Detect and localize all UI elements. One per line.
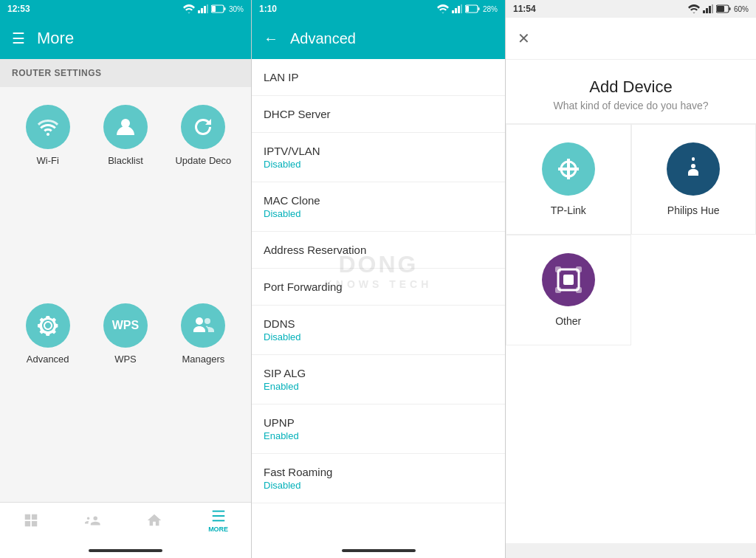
home-nav-icon: [146, 512, 162, 528]
clients-nav-icon: [85, 512, 101, 528]
more-title: More: [37, 29, 74, 48]
svg-rect-20: [461, 4, 462, 13]
menu-item-address-reservation[interactable]: Address Reservation: [252, 232, 505, 269]
address-reservation-label: Address Reservation: [264, 244, 493, 256]
more-nav-label: MORE: [208, 526, 228, 533]
svg-rect-29: [717, 6, 724, 12]
battery-text-1: 30%: [229, 5, 244, 13]
battery-text-3: 60%: [734, 5, 749, 13]
svg-rect-3: [207, 4, 208, 13]
grid-item-blacklist[interactable]: Blacklist: [89, 99, 161, 292]
status-icons-1: 30%: [183, 4, 244, 13]
svg-rect-24: [703, 10, 705, 13]
iptv-label: IPTV/VLAN: [264, 145, 493, 157]
update-icon: [190, 114, 216, 140]
managers-icon-circle: [181, 303, 225, 348]
screen-more: 12:53 30% ☰ More ROUTER SETTINGS: [0, 0, 251, 558]
menu-item-fast-roaming[interactable]: Fast Roaming Disabled: [252, 454, 505, 503]
dialog-title-section: Add Device What kind of device do you ha…: [506, 60, 756, 123]
device-item-other[interactable]: Other: [506, 235, 631, 345]
other-device-icon: [552, 264, 585, 296]
menu-item-dhcp-server[interactable]: DHCP Server: [252, 96, 505, 133]
menu-item-port-forwarding[interactable]: Port Forwarding: [252, 269, 505, 306]
svg-point-9: [205, 318, 210, 324]
svg-rect-25: [706, 8, 708, 13]
svg-rect-37: [563, 275, 574, 285]
managers-icon: [190, 313, 216, 338]
back-button[interactable]: ←: [264, 30, 278, 47]
tplink-icon-circle: [542, 142, 595, 196]
battery-text-2: 28%: [483, 5, 498, 13]
mac-clone-label: MAC Clone: [264, 194, 493, 207]
blacklist-label: Blacklist: [108, 155, 143, 166]
wifi-status-icon-3: [688, 4, 700, 13]
svg-rect-14: [212, 510, 224, 512]
ddns-label: DDNS: [264, 317, 493, 330]
dialog-header: ✕: [506, 18, 756, 60]
time-3: 11:54: [513, 4, 536, 14]
nav-home[interactable]: [146, 512, 162, 528]
philips-hue-icon: [678, 154, 708, 184]
update-deco-label: Update Deco: [175, 155, 231, 166]
menu-item-lan-ip[interactable]: LAN IP: [252, 59, 505, 96]
time-2: 1:10: [259, 4, 277, 14]
device-item-tplink[interactable]: TP-Link: [506, 124, 631, 235]
svg-rect-33: [558, 168, 579, 170]
svg-rect-27: [712, 4, 713, 13]
menu-item-upnp[interactable]: UPNP Enabled: [252, 404, 505, 454]
battery-icon-3: [716, 4, 731, 13]
grid-item-wps[interactable]: WPS WPS: [89, 297, 161, 490]
status-bar-3: 11:54 60%: [506, 0, 756, 18]
advanced-menu-list: LAN IP DHCP Server IPTV/VLAN Disabled MA…: [252, 59, 505, 543]
header-more: ☰ More: [0, 18, 251, 59]
menu-item-sip-alg[interactable]: SIP ALG Enabled: [252, 355, 505, 404]
menu-item-mac-clone[interactable]: MAC Clone Disabled: [252, 182, 505, 232]
grid-item-wifi[interactable]: Wi-Fi: [12, 99, 83, 292]
battery-icon-1: [211, 4, 226, 13]
hamburger-icon[interactable]: ☰: [12, 30, 25, 47]
tplink-logo-icon: [552, 153, 585, 185]
grid-item-managers[interactable]: Managers: [168, 297, 239, 490]
advanced-label: Advanced: [27, 354, 69, 365]
advanced-icon-circle: [26, 303, 70, 348]
battery-icon-2: [465, 4, 480, 13]
bottom-bar-1: [0, 543, 251, 558]
grid-item-update-deco[interactable]: Update Deco: [168, 99, 239, 292]
status-icons-3: 60%: [688, 4, 749, 13]
svg-rect-0: [198, 10, 200, 13]
add-device-dialog: ✕ Add Device What kind of device do you …: [506, 18, 756, 543]
nav-overview[interactable]: [23, 512, 39, 528]
svg-rect-22: [466, 6, 469, 12]
home-indicator-2: [342, 549, 416, 552]
philips-hue-label: Philips Hue: [667, 204, 720, 216]
ddns-status: Disabled: [264, 331, 493, 342]
status-bar-2: 1:10 28%: [252, 0, 505, 18]
port-forwarding-label: Port Forwarding: [264, 280, 493, 293]
add-device-subtitle: What kind of device do you have?: [518, 100, 744, 111]
sip-alg-status: Enabled: [264, 381, 493, 392]
svg-rect-16: [212, 520, 224, 521]
svg-rect-17: [452, 10, 454, 13]
advanced-title: Advanced: [290, 30, 356, 47]
svg-point-8: [196, 317, 203, 325]
svg-rect-30: [729, 7, 730, 10]
close-button[interactable]: ✕: [518, 30, 530, 47]
menu-item-iptv-vlan[interactable]: IPTV/VLAN Disabled: [252, 133, 505, 182]
lan-ip-label: LAN IP: [264, 71, 493, 83]
bottom-bar-3: [506, 543, 756, 558]
tplink-label: TP-Link: [551, 204, 586, 216]
wps-icon-circle: WPS: [103, 303, 148, 348]
svg-rect-41: [576, 287, 582, 293]
nav-clients[interactable]: [85, 512, 101, 528]
svg-rect-13: [32, 520, 37, 526]
svg-rect-38: [555, 266, 561, 272]
svg-rect-12: [25, 520, 30, 526]
signal-icon-2: [452, 4, 462, 13]
nav-more[interactable]: MORE: [208, 508, 228, 533]
device-item-philips-hue[interactable]: Philips Hue: [631, 124, 757, 235]
menu-item-ddns[interactable]: DDNS Disabled: [252, 306, 505, 355]
bottom-bar-2: [252, 543, 505, 558]
signal-icon-3: [703, 4, 713, 13]
grid-item-advanced[interactable]: Advanced: [12, 297, 83, 490]
svg-rect-19: [458, 6, 460, 13]
